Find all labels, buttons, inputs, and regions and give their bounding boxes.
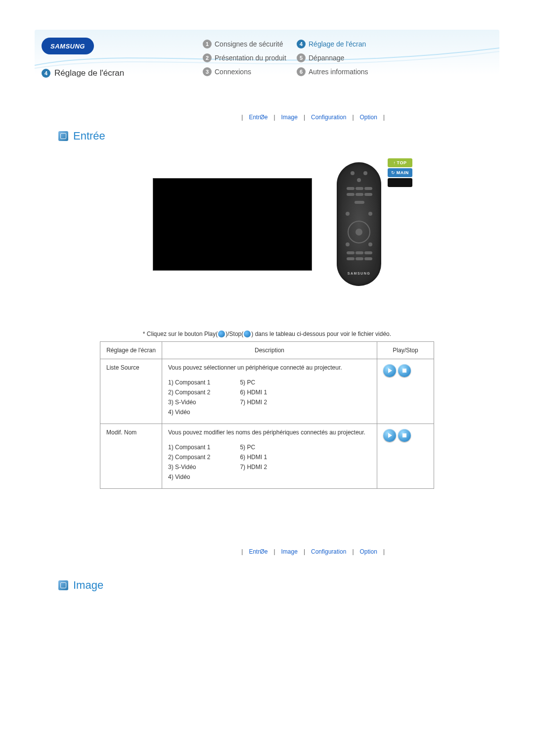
nav-item-1[interactable]: 1 Consignes de sécurité — [203, 40, 297, 48]
table-row: Liste Source Vous pouvez sélectionner un… — [100, 359, 434, 424]
nav-label-1: Consignes de sécurité — [215, 40, 283, 48]
play-stop-cell — [377, 424, 434, 489]
row-desc-cell: Vous pouvez modifier les noms des périph… — [162, 424, 377, 489]
nav-label-3: Connexions — [215, 68, 251, 76]
row-desc: Vous pouvez sélectionner un périphérique… — [168, 364, 371, 371]
top-button[interactable]: TOP — [388, 158, 412, 167]
play-button[interactable] — [383, 429, 396, 442]
stop-button[interactable] — [398, 429, 411, 442]
section-heading-entree: Entrée — [58, 130, 534, 142]
nav-num-5: 5 — [297, 53, 306, 62]
list-item: 7) HDMI 2 — [240, 399, 267, 406]
play-button[interactable] — [383, 364, 396, 377]
tab-separator: | — [241, 548, 243, 555]
section-icon — [58, 580, 68, 590]
list-item: 5) PC — [240, 444, 267, 451]
stop-button[interactable] — [398, 364, 411, 377]
page-header: SAMSUNG 4 Réglage de l'écran 1 Consignes… — [35, 30, 499, 94]
tab-separator: | — [273, 114, 275, 121]
tab-image[interactable]: Image — [281, 548, 298, 555]
nav-item-2[interactable]: 2 Présentation du produit — [203, 53, 297, 62]
inline-play-icon — [218, 331, 225, 337]
tab-image[interactable]: Image — [281, 114, 298, 121]
list-item: 2) Composant 2 — [168, 389, 210, 396]
tab-separator: | — [383, 548, 385, 555]
section-heading-image: Image — [58, 579, 534, 592]
remote-control-image: SAMSUNG — [337, 162, 381, 286]
header-nav: 1 Consignes de sécurité 4 Réglage de l'é… — [203, 40, 391, 76]
video-player[interactable] — [153, 178, 312, 271]
section-title-image: Image — [73, 579, 103, 592]
row-name: Modif. Nom — [100, 424, 162, 489]
table-row: Modif. Nom Vous pouvez modifier les noms… — [100, 424, 434, 489]
list-item: 3) S-Vidéo — [168, 464, 210, 471]
row-name: Liste Source — [100, 359, 162, 424]
nav-num-3: 3 — [203, 67, 212, 76]
nav-item-6[interactable]: 6 Autres informations — [297, 67, 391, 76]
th-col2: Description — [162, 342, 377, 359]
dark-button[interactable] — [388, 178, 412, 187]
list-item: 7) HDMI 2 — [240, 464, 267, 471]
list-item: 3) S-Vidéo — [168, 399, 210, 406]
th-col3: Play/Stop — [377, 342, 434, 359]
row-options: 1) Composant 1 2) Composant 2 3) S-Vidéo… — [168, 444, 371, 483]
row-desc-cell: Vous pouvez sélectionner un périphérique… — [162, 359, 377, 424]
tab-entree[interactable]: EntrØe — [249, 114, 267, 121]
list-item: 4) Vidéo — [168, 409, 210, 416]
nav-num-6: 6 — [297, 67, 306, 76]
tab-separator: | — [241, 114, 243, 121]
page-title-badge: 4 Réglage de l'écran — [42, 68, 124, 78]
inline-stop-icon — [244, 331, 251, 337]
note-line: * Cliquez sur le bouton Play()/Stop() da… — [0, 331, 534, 337]
remote-brand-label: SAMSUNG — [337, 272, 381, 275]
nav-item-4[interactable]: 4 Réglage de l'écran — [297, 40, 391, 48]
main-icon — [391, 170, 397, 175]
nav-num-2: 2 — [203, 53, 212, 62]
tab-bar-top: | EntrØe | Image | Configuration | Optio… — [0, 114, 391, 121]
tab-separator: | — [352, 114, 354, 121]
tab-separator: | — [304, 548, 305, 555]
tab-configuration[interactable]: Configuration — [311, 548, 346, 555]
settings-table: Réglage de l'écran Description Play/Stop… — [100, 341, 434, 489]
nav-label-4: Réglage de l'écran — [309, 40, 366, 48]
list-item: 4) Vidéo — [168, 473, 210, 480]
tab-separator: | — [273, 548, 275, 555]
list-item: 2) Composant 2 — [168, 454, 210, 461]
nav-num-4: 4 — [297, 40, 306, 48]
play-stop-cell — [377, 359, 434, 424]
row-options: 1) Composant 1 2) Composant 2 3) S-Vidéo… — [168, 379, 371, 419]
tab-bar-bottom: | EntrØe | Image | Configuration | Optio… — [0, 548, 391, 555]
nav-label-6: Autres informations — [309, 68, 368, 76]
tab-separator: | — [352, 548, 354, 555]
tab-entree[interactable]: EntrØe — [249, 548, 267, 555]
list-item: 1) Composant 1 — [168, 444, 210, 451]
nav-item-5[interactable]: 5 Dépannage — [297, 53, 391, 62]
nav-label-2: Présentation du produit — [215, 54, 286, 62]
main-button[interactable]: MAIN — [388, 168, 412, 177]
tab-separator: | — [304, 114, 305, 121]
row-desc: Vous pouvez modifier les noms des périph… — [168, 429, 371, 436]
tab-option[interactable]: Option — [360, 548, 377, 555]
tab-option[interactable]: Option — [360, 114, 377, 121]
list-item: 5) PC — [240, 379, 267, 386]
nav-label-5: Dépannage — [309, 54, 344, 62]
nav-num-1: 1 — [203, 40, 212, 48]
page-number-badge: 4 — [42, 69, 50, 78]
arrow-up-icon — [394, 160, 397, 165]
page-title: Réglage de l'écran — [54, 68, 124, 78]
samsung-logo: SAMSUNG — [42, 38, 94, 54]
section-icon — [58, 131, 68, 141]
section-title-entree: Entrée — [73, 130, 105, 142]
th-col1: Réglage de l'écran — [100, 342, 162, 359]
nav-item-3[interactable]: 3 Connexions — [203, 67, 297, 76]
media-row: SAMSUNG — [0, 162, 534, 286]
page-root: SAMSUNG 4 Réglage de l'écran 1 Consignes… — [0, 0, 534, 646]
tab-separator: | — [383, 114, 385, 121]
list-item: 6) HDMI 1 — [240, 389, 267, 396]
list-item: 1) Composant 1 — [168, 379, 210, 386]
tab-configuration[interactable]: Configuration — [311, 114, 346, 121]
list-item: 6) HDMI 1 — [240, 454, 267, 461]
side-buttons: TOP MAIN — [388, 158, 412, 187]
